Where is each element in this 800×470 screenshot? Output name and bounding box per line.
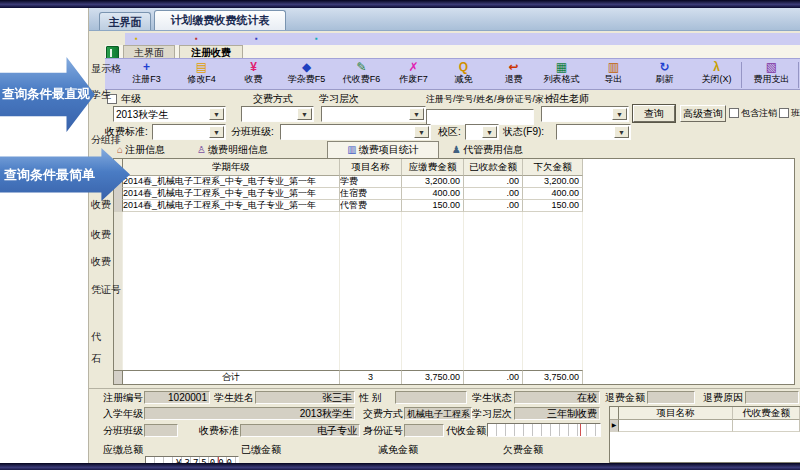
cell-received: .00 — [464, 200, 523, 212]
inner-tab-register-fee[interactable]: 注册收费 — [179, 45, 243, 58]
chevron-down-icon[interactable]: ▼ — [414, 126, 429, 138]
cell-payable: 150.00 — [402, 200, 464, 212]
subtab-register-info[interactable]: ⌂注册信息 — [117, 142, 193, 158]
class-fuzzy-label: 班级模糊 — [791, 107, 800, 119]
magnifier-icon: Q — [438, 60, 489, 74]
export-button[interactable]: ▥导出 — [588, 60, 639, 89]
class-field — [144, 424, 178, 437]
status-combo[interactable]: ▼ — [556, 124, 631, 140]
button-label: 刷新 — [639, 74, 690, 84]
tab-main-screen[interactable]: 主界面 — [99, 12, 151, 30]
cell-owed: 150.00 — [523, 200, 583, 212]
chevron-down-icon[interactable]: ▼ — [409, 108, 424, 120]
refund-button[interactable]: ↩退费 — [488, 60, 539, 89]
expense-button[interactable]: ▧费用支出 — [746, 60, 797, 89]
table-row[interactable]: ▶ 2014春_机械电子工程系_中专_电子专业_第一年 学费 3,200.00 … — [114, 176, 583, 188]
slide-bottom-border — [0, 463, 800, 470]
class-fuzzy-checkbox[interactable] — [779, 108, 789, 118]
recruiter-combo[interactable]: ▼ — [541, 106, 629, 122]
total-label: 合计 — [123, 370, 340, 384]
study-level-combo[interactable]: ▼ — [321, 106, 426, 122]
column-header[interactable]: 代收费金额 — [733, 407, 800, 420]
register-f3-button[interactable]: +注册F3 — [121, 60, 172, 89]
waive-button[interactable]: Q减免 — [438, 60, 489, 89]
modify-f4-button[interactable]: ▤修改F4 — [176, 60, 227, 89]
grade-combo[interactable]: 2013秋学生▼ — [113, 106, 226, 122]
main-tab-strip: 主界面 计划缴费收费统计表 — [89, 8, 800, 31]
background-label: 收费 — [91, 228, 106, 242]
subtab-label: 注册信息 — [125, 144, 165, 155]
column-header[interactable]: 学期年级 — [123, 159, 340, 176]
close-button[interactable]: λ关闭(X) — [691, 60, 742, 89]
enroll-grade-label: 入学年级 — [103, 407, 143, 420]
chevron-down-icon[interactable]: ▼ — [614, 126, 629, 138]
decimal-marker — [218, 457, 219, 463]
chevron-down-icon[interactable]: ▼ — [209, 108, 224, 120]
void-f7-button[interactable]: ✗作废F7 — [388, 60, 439, 89]
column-header[interactable]: 应缴费金额 — [402, 159, 464, 176]
subtab-payment-detail[interactable]: ♙缴费明细信息 — [197, 142, 309, 158]
note-icon: ▤ — [176, 60, 227, 74]
student-name-label: 学生姓名 — [214, 391, 254, 404]
refund-amount-field — [647, 391, 695, 404]
button-label: 减免 — [438, 74, 489, 84]
class-combo[interactable]: ▼ — [280, 124, 431, 140]
table-row[interactable]: ▶ — [610, 420, 800, 432]
cell-item: 学费 — [340, 176, 402, 188]
cell-received: .00 — [464, 176, 523, 188]
chevron-down-icon[interactable]: ▼ — [612, 108, 627, 120]
subtab-label: 代管费用信息 — [463, 144, 523, 155]
fee-standard-combo[interactable]: ▼ — [152, 124, 226, 140]
background-toolbar-strip: ▪ ▪ ▪ ▪ — [125, 33, 800, 45]
chevron-down-icon[interactable]: ▼ — [297, 108, 312, 120]
grid-total-row: 合计 3 3,750.00 .00 3,750.00 — [114, 370, 583, 384]
refresh-button[interactable]: ↻刷新 — [639, 60, 690, 89]
advanced-query-button[interactable]: 高级查询 — [680, 105, 726, 122]
yuan-icon: ¥ — [228, 60, 279, 74]
column-header[interactable]: 已收款金额 — [464, 159, 523, 176]
list-format-button[interactable]: ▦列表格式 — [536, 60, 587, 89]
campus-combo[interactable]: ▼ — [465, 124, 499, 140]
background-label: 代 — [91, 330, 106, 344]
subtab-agency-fee-info[interactable]: ♟代管费用信息 — [452, 142, 570, 158]
column-header[interactable]: 项目名称 — [340, 159, 402, 176]
background-label: 显示格 — [91, 62, 106, 76]
reg-no-field: 1020001 — [144, 391, 210, 404]
empty-cell — [619, 420, 733, 432]
total-owed: 3,750.00 — [523, 370, 583, 384]
column-header[interactable]: 项目名称 — [619, 407, 733, 420]
chevron-down-icon[interactable]: ▼ — [209, 126, 224, 138]
tab-planned-fee-report[interactable]: 计划缴费收费统计表 — [154, 10, 286, 30]
button-label: 关闭(X) — [691, 74, 742, 84]
fee-standard-field: 电子专业 — [240, 424, 360, 437]
refund-reason-field — [745, 391, 799, 404]
id-card-field — [404, 424, 444, 437]
background-label: 收费 — [91, 198, 106, 212]
plus-icon: + — [121, 60, 172, 74]
subtab-fee-item-stats[interactable]: ▥缴费项目统计 — [327, 141, 439, 158]
agency-table-header: 项目名称 代收费金额 — [610, 407, 800, 420]
query-button[interactable]: 查询 — [633, 105, 675, 122]
home-icon: ⌂ — [117, 144, 123, 155]
study-level-detail-label: 学习层次 — [472, 407, 512, 420]
class-filter-label: 分班班级: — [231, 126, 274, 138]
pay-method-combo[interactable]: ▼ — [241, 106, 314, 122]
student-name-field: 张三丰 — [255, 391, 355, 404]
chevron-down-icon[interactable]: ▼ — [482, 126, 497, 138]
search-input[interactable] — [426, 109, 534, 125]
table-row[interactable]: 2014春_机械电子工程系_中专_电子专业_第一年 代管费 150.00 .00… — [114, 200, 583, 212]
app-window: 主界面 计划缴费收费统计表 ▪ ▪ ▪ ▪ 主界面 注册收费 +注册F3 ▤修改… — [88, 8, 800, 463]
refund-amount-label: 退费金额 — [605, 391, 645, 404]
inner-tab-main[interactable]: 主界面 — [123, 45, 175, 58]
column-header[interactable]: 下欠金额 — [523, 159, 583, 176]
owed-amount-label: 欠费金额 — [503, 443, 543, 456]
table-row[interactable]: 2014春_机械电子工程系_中专_电子专业_第一年 住宿费 400.00 .00… — [114, 188, 583, 200]
button-label: 修改F4 — [176, 74, 227, 84]
study-level-label: 学习层次 — [319, 93, 359, 105]
agency-fee-f6-button[interactable]: ✎代收费F6 — [336, 60, 387, 89]
button-label: 注册F3 — [121, 74, 172, 84]
collect-fee-button[interactable]: ¥收费 — [228, 60, 279, 89]
background-label: 石 — [91, 352, 106, 366]
include-cancelled-checkbox[interactable] — [729, 108, 739, 118]
misc-fee-f5-button[interactable]: ◆学杂费F5 — [281, 60, 332, 89]
